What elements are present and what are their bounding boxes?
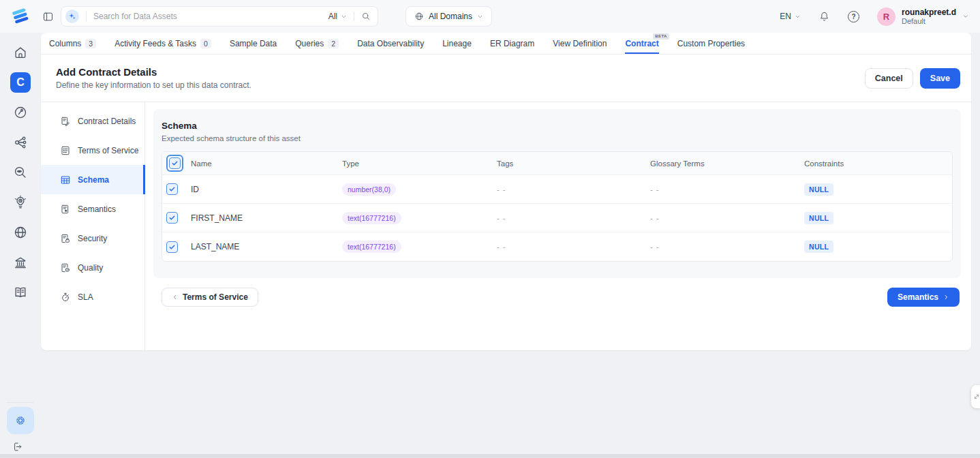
rail-bottom [0, 402, 41, 454]
table-row: FIRST_NAME text(16777216) - - - - NULL [162, 204, 952, 232]
nav-item-sla[interactable]: SLA [41, 282, 144, 311]
constraint-pill: NULL [804, 183, 833, 196]
col-name: Name [191, 159, 342, 168]
topbar-right-cluster: EN ? R rounakpreet.d Default [780, 7, 980, 26]
nav-item-security[interactable]: Security [41, 224, 144, 253]
tab-activity-feeds-tasks[interactable]: Activity Feeds & Tasks0 [114, 33, 211, 54]
schema-panel: Schema Expected schema structure of this… [153, 109, 961, 278]
home-icon[interactable] [10, 42, 31, 63]
cell-name: FIRST_NAME [191, 213, 342, 223]
search-icon[interactable] [361, 12, 371, 21]
discover-search-eye-icon[interactable] [10, 162, 31, 183]
resize-handle-widget[interactable] [971, 385, 980, 408]
nav-item-label: Contract Details [78, 117, 136, 126]
nav-item-label: Security [78, 234, 107, 243]
search-scope-label: All [328, 12, 337, 21]
col-glossary-terms: Glossary Terms [650, 159, 804, 168]
nav-item-contract-details[interactable]: Contract Details [41, 106, 144, 136]
search-scope-dropdown[interactable]: All [328, 12, 347, 21]
cell-tags: - - [497, 185, 650, 194]
global-search[interactable]: All [61, 6, 378, 27]
nav-item-schema[interactable]: Schema [41, 165, 144, 194]
compass-icon[interactable] [10, 102, 31, 123]
prev-step-label: Terms of Service [183, 292, 248, 302]
logout-icon[interactable] [12, 441, 23, 453]
chevron-left-icon [172, 294, 179, 301]
divider [354, 12, 354, 21]
cell-glossary-terms: - - [650, 185, 804, 194]
row-checkbox[interactable] [166, 183, 178, 195]
select-all-checkbox[interactable] [169, 157, 181, 169]
tab-sample-data[interactable]: Sample Data [230, 33, 277, 54]
table-row: LAST_NAME text(16777216) - - - - NULL [162, 232, 952, 261]
settings-gear-icon[interactable] [7, 407, 34, 434]
asset-detail-card: Columns3 Activity Feeds & Tasks0 Sample … [41, 33, 971, 350]
notifications-bell-icon[interactable] [818, 11, 830, 22]
schema-title: Schema [162, 121, 953, 131]
cell-name: LAST_NAME [191, 242, 342, 251]
row-checkbox[interactable] [166, 241, 178, 253]
tab-view-definition[interactable]: View Definition [553, 33, 607, 54]
document-lock-icon [60, 233, 71, 244]
globe-icon[interactable] [10, 222, 31, 243]
nav-item-terms-of-service[interactable]: Terms of Service [41, 136, 144, 165]
tab-er-diagram[interactable]: ER Diagram [490, 33, 534, 54]
col-type: Type [342, 159, 497, 168]
sidebar-toggle-icon[interactable] [42, 11, 54, 22]
step-navigation: Terms of Service Semantics [153, 288, 961, 307]
atlan-logo[interactable] [0, 5, 41, 27]
catalog-app-icon[interactable]: C [10, 72, 31, 93]
type-pill: text(16777216) [342, 212, 401, 224]
type-pill: text(16777216) [342, 241, 401, 253]
prev-step-button[interactable]: Terms of Service [162, 288, 258, 307]
document-list-icon [60, 145, 71, 156]
tab-columns[interactable]: Columns3 [49, 33, 96, 54]
tab-count: 3 [85, 39, 96, 48]
document-check-icon [60, 262, 71, 273]
tab-count: 2 [328, 39, 339, 48]
contract-header: Add Contract Details Define the key info… [41, 55, 971, 102]
beta-badge: BETA [653, 33, 669, 40]
nav-item-quality[interactable]: Quality [41, 253, 144, 282]
schema-section: Schema Expected schema structure of this… [145, 102, 971, 350]
nav-item-label: Schema [78, 175, 109, 185]
search-input[interactable] [93, 12, 328, 21]
language-dropdown[interactable]: EN [780, 12, 801, 21]
tab-lineage[interactable]: Lineage [442, 33, 472, 54]
ai-sparkle-icon[interactable] [65, 10, 79, 23]
top-bar: All All Domains EN ? R rounakpreet.d Def… [0, 0, 980, 33]
tab-data-observability[interactable]: Data Observability [357, 33, 424, 54]
table-grid-icon [60, 174, 71, 185]
chevron-down-icon [795, 14, 801, 20]
row-checkbox[interactable] [166, 212, 178, 224]
tab-custom-properties[interactable]: Custom Properties [677, 33, 745, 54]
avatar[interactable]: R [877, 7, 895, 26]
next-step-button[interactable]: Semantics [887, 288, 960, 307]
save-button[interactable]: Save [920, 68, 960, 89]
lineage-network-icon[interactable] [10, 132, 31, 153]
contract-section-nav: Contract Details Terms of Service Schema… [41, 102, 145, 350]
app-rail: C [0, 33, 41, 454]
nav-item-semantics[interactable]: Semantics [41, 194, 144, 224]
cell-name: ID [191, 185, 342, 194]
table-row: ID number(38,0) - - - - NULL [162, 175, 952, 204]
all-domains-dropdown[interactable]: All Domains [405, 6, 492, 27]
globe-icon [414, 12, 424, 21]
cancel-button[interactable]: Cancel [865, 68, 913, 89]
col-constraints: Constraints [804, 159, 952, 168]
user-menu[interactable]: R rounakpreet.d Default [877, 7, 969, 26]
divider [86, 12, 87, 21]
tab-queries[interactable]: Queries2 [295, 33, 339, 54]
select-all-focus-ring [166, 155, 183, 172]
divider [7, 402, 34, 403]
governance-bank-icon[interactable] [10, 252, 31, 273]
bottom-strip [0, 454, 980, 458]
document-circle-icon [60, 204, 71, 215]
page-title: Add Contract Details [56, 66, 251, 78]
glossary-book-icon[interactable] [10, 282, 31, 303]
asset-tab-bar: Columns3 Activity Feeds & Tasks0 Sample … [41, 33, 971, 55]
header-actions: Cancel Save [865, 68, 960, 89]
help-icon[interactable]: ? [848, 11, 859, 22]
tab-contract[interactable]: ContractBETA [625, 33, 658, 54]
insights-bulb-icon[interactable] [10, 192, 31, 213]
